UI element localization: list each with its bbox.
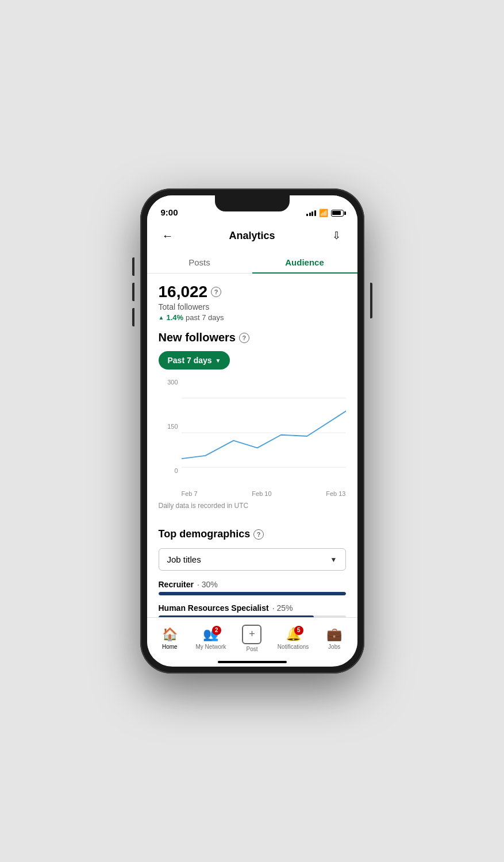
app-header: ← Analytics ⇩ bbox=[147, 221, 357, 252]
nav-label-notifications: Notifications bbox=[278, 644, 309, 650]
demographics-title: Top demographics bbox=[159, 528, 251, 540]
bar-item-hr-specialist: Human Resources Specialist · 25% bbox=[159, 603, 346, 617]
x-label-feb10: Feb 10 bbox=[252, 490, 271, 497]
dropdown-chevron-icon: ▼ bbox=[330, 556, 337, 564]
network-badge: 2 bbox=[212, 626, 221, 635]
x-label-feb7: Feb 7 bbox=[182, 490, 198, 497]
status-time: 9:00 bbox=[161, 207, 178, 217]
screen-content: 16,022 ? Total followers ▲ 1.4% past 7 d… bbox=[147, 274, 357, 617]
nav-item-post[interactable]: + Post bbox=[232, 625, 273, 652]
nav-label-jobs: Jobs bbox=[328, 644, 340, 650]
download-button[interactable]: ⇩ bbox=[327, 226, 345, 245]
bar-label-row-hr: Human Resources Specialist · 25% bbox=[159, 603, 346, 613]
y-label-300: 300 bbox=[159, 379, 178, 386]
followers-count-row: 16,022 ? bbox=[159, 283, 346, 301]
change-pct: 1.4% bbox=[166, 313, 183, 322]
new-followers-info-icon[interactable]: ? bbox=[239, 333, 249, 343]
post-icon: + bbox=[249, 628, 255, 640]
nav-item-jobs[interactable]: 💼 Jobs bbox=[314, 627, 355, 650]
bar-fill-recruiter bbox=[159, 592, 346, 595]
new-followers-title: New followers bbox=[159, 331, 236, 344]
battery-icon bbox=[331, 210, 344, 217]
nav-item-home[interactable]: 🏠 Home bbox=[149, 627, 191, 650]
bottom-nav: 🏠 Home 👥 2 My Network + Post 🔔 5 Notific… bbox=[147, 617, 357, 659]
nav-item-notifications[interactable]: 🔔 5 Notifications bbox=[272, 627, 314, 650]
page-title: Analytics bbox=[229, 230, 275, 242]
demographics-dropdown[interactable]: Job titles ▼ bbox=[159, 548, 346, 571]
change-arrow-icon: ▲ bbox=[159, 314, 164, 321]
followers-change: ▲ 1.4% past 7 days bbox=[159, 313, 346, 322]
jobs-icon: 💼 bbox=[326, 627, 342, 642]
post-icon-box: + bbox=[242, 625, 261, 644]
signal-icon bbox=[306, 210, 316, 216]
bar-track-recruiter bbox=[159, 592, 346, 595]
demographics-section: Top demographics ? Job titles ▼ Recruite… bbox=[147, 519, 357, 617]
y-label-0: 0 bbox=[159, 467, 178, 474]
filter-chevron-icon: ▼ bbox=[216, 357, 221, 364]
followers-info-icon[interactable]: ? bbox=[211, 287, 221, 297]
change-text: past 7 days bbox=[186, 313, 224, 322]
chart-svg-wrapper: Feb 7 Feb 10 Feb 13 bbox=[182, 381, 346, 497]
nav-item-network[interactable]: 👥 2 My Network bbox=[190, 627, 232, 650]
nav-label-network: My Network bbox=[195, 644, 226, 650]
bar-name-hr: Human Resources Specialist bbox=[159, 603, 269, 613]
chart-y-axis: 300 150 0 bbox=[159, 376, 178, 474]
nav-label-post: Post bbox=[246, 646, 257, 652]
new-followers-header: New followers ? bbox=[159, 331, 346, 344]
time-filter-button[interactable]: Past 7 days ▼ bbox=[159, 351, 230, 370]
followers-number: 16,022 bbox=[159, 283, 208, 301]
bar-label-row: Recruiter · 30% bbox=[159, 580, 346, 589]
followers-chart: 300 150 0 F bbox=[159, 376, 346, 497]
chart-svg bbox=[182, 381, 346, 484]
status-icons: 📶 bbox=[306, 209, 344, 217]
bar-pct-recruiter: · 30% bbox=[197, 580, 218, 589]
bar-pct-hr: · 25% bbox=[272, 603, 293, 613]
chart-x-axis: Feb 7 Feb 10 Feb 13 bbox=[182, 487, 346, 497]
tab-audience[interactable]: Audience bbox=[252, 252, 357, 273]
chart-note: Daily data is recorded in UTC bbox=[159, 502, 346, 510]
back-button[interactable]: ← bbox=[159, 226, 177, 245]
home-icon: 🏠 bbox=[162, 627, 178, 642]
demographics-info-icon[interactable]: ? bbox=[253, 529, 264, 540]
followers-section: 16,022 ? Total followers ▲ 1.4% past 7 d… bbox=[147, 274, 357, 519]
demographics-header: Top demographics ? bbox=[159, 528, 346, 540]
bar-name-recruiter: Recruiter bbox=[159, 580, 194, 589]
tabs: Posts Audience bbox=[147, 252, 357, 274]
home-indicator bbox=[218, 661, 287, 663]
wifi-icon: 📶 bbox=[319, 209, 328, 217]
dropdown-label: Job titles bbox=[167, 555, 201, 564]
tab-posts[interactable]: Posts bbox=[147, 252, 252, 273]
bar-item-recruiter: Recruiter · 30% bbox=[159, 580, 346, 595]
back-arrow-icon: ← bbox=[162, 229, 174, 243]
x-label-feb13: Feb 13 bbox=[326, 490, 345, 497]
nav-label-home: Home bbox=[162, 644, 178, 650]
y-label-150: 150 bbox=[159, 423, 178, 430]
notifications-badge: 5 bbox=[294, 626, 303, 635]
download-icon: ⇩ bbox=[332, 229, 341, 242]
followers-label: Total followers bbox=[159, 302, 346, 311]
